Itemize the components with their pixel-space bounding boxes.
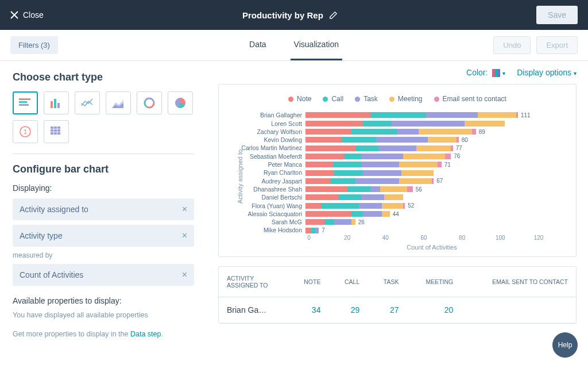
x-tick: 0	[307, 235, 311, 241]
data-table: ACTIVITY ASSIGNED TONOTECALLTASKMEETINGE…	[218, 266, 577, 324]
legend-item[interactable]: Email sent to contact	[434, 95, 506, 103]
measure-chip[interactable]: Count of Activities ×	[13, 264, 194, 286]
bar-segment	[399, 178, 432, 184]
bar-row[interactable]	[305, 193, 566, 201]
x-tick: 60	[420, 235, 427, 241]
table-header[interactable]: ACTIVITY ASSIGNED TO	[219, 267, 288, 297]
bar-row[interactable]: 71	[305, 160, 566, 168]
remove-icon[interactable]: ×	[182, 231, 187, 241]
bar-segment	[397, 129, 419, 135]
bar-segment	[457, 137, 458, 143]
bar-segment	[416, 145, 451, 151]
bar-segment	[361, 154, 403, 159]
bar-row[interactable]	[305, 168, 566, 177]
svg-rect-18	[54, 129, 57, 132]
chart-type-line[interactable]	[75, 91, 100, 114]
bar-segment	[321, 203, 359, 209]
y-category-label: Carlos Martin Martinez	[239, 144, 305, 152]
svg-rect-16	[57, 126, 60, 129]
help-button[interactable]: Help	[552, 332, 578, 358]
bar-segment	[438, 162, 442, 167]
display-options-dropdown[interactable]: Display options ▾	[517, 68, 577, 77]
chart-type-single-value[interactable]: 1	[13, 120, 38, 143]
bar-segment	[378, 145, 417, 151]
measured-by-label: measured by	[13, 251, 194, 259]
bar-row[interactable]: 7	[305, 226, 566, 234]
chart-card: NoteCallTaskMeetingEmail sent to contact…	[218, 84, 577, 256]
save-button[interactable]: Save	[536, 6, 578, 24]
close-label: Close	[23, 10, 44, 20]
remove-icon[interactable]: ×	[182, 270, 187, 280]
table-header[interactable]: NOTE	[288, 267, 328, 297]
bar-segment	[338, 194, 361, 200]
chart-type-hbar[interactable]	[13, 91, 38, 114]
bar-segment	[451, 145, 452, 151]
bar-row[interactable]: 67	[305, 177, 566, 185]
y-category-label: Daniel Bertschi	[239, 193, 305, 201]
bar-row[interactable]: 56	[305, 185, 566, 193]
y-axis-label: Activity assigned to	[237, 145, 243, 208]
tab-data[interactable]: Data	[246, 30, 270, 60]
filters-button[interactable]: Filters (3)	[10, 36, 58, 54]
y-category-label: Kevin Dowling	[239, 136, 305, 144]
bar-segment	[311, 228, 315, 233]
undo-button[interactable]: Undo	[493, 36, 531, 54]
bar-row[interactable]: 77	[305, 144, 566, 152]
table-header[interactable]: TASK	[368, 267, 407, 297]
table-header[interactable]: MEETING	[407, 267, 462, 297]
bar-segment	[305, 112, 370, 118]
bar-segment	[382, 211, 389, 217]
svg-rect-19	[57, 129, 60, 132]
y-category-label: Alessio Sciacquatori	[239, 210, 305, 218]
bar-row[interactable]: 80	[305, 136, 566, 144]
bar-segment	[384, 194, 403, 200]
chart-type-pie[interactable]	[168, 91, 193, 114]
bar-segment	[432, 178, 434, 184]
legend-item[interactable]: Task	[355, 95, 378, 103]
choose-chart-heading: Choose chart type	[13, 71, 194, 83]
color-picker[interactable]: Color: ▾	[466, 68, 505, 77]
svg-rect-22	[57, 132, 60, 135]
legend-item[interactable]: Meeting	[389, 95, 423, 103]
bar-segment	[355, 145, 378, 151]
export-button[interactable]: Export	[536, 36, 578, 54]
legend-item[interactable]: Call	[323, 95, 343, 103]
chart-type-table[interactable]	[44, 120, 69, 143]
bar-row[interactable]: 111	[305, 111, 566, 119]
bar-row[interactable]: 76	[305, 152, 566, 160]
bar-total-label: 80	[462, 137, 468, 143]
bar-segment	[355, 178, 400, 184]
x-tick: 120	[534, 235, 544, 241]
table-header[interactable]: EMAIL SENT TO CONTACT	[461, 267, 576, 297]
bar-segment	[359, 203, 382, 209]
displaying-dim-2[interactable]: Activity type ×	[13, 225, 194, 247]
y-category-label: Ryan Charlton	[239, 168, 305, 177]
more-props-text: Get more properties to display in the	[13, 330, 130, 338]
bar-segment	[399, 162, 438, 167]
page-title: Productivity by Rep	[242, 10, 323, 20]
legend-item[interactable]: Note	[288, 95, 311, 103]
displaying-dim-1[interactable]: Activity assigned to ×	[13, 198, 194, 220]
table-row[interactable]: Brian Ga…34292720	[219, 297, 576, 323]
bar-row[interactable]: 44	[305, 210, 566, 218]
bar-segment	[305, 162, 332, 167]
table-header[interactable]: CALL	[328, 267, 368, 297]
bar-segment	[351, 219, 355, 225]
bar-segment	[401, 170, 434, 176]
chart-type-donut[interactable]	[137, 91, 162, 114]
bar-segment	[315, 228, 319, 233]
edit-icon[interactable]	[329, 11, 338, 20]
chart-type-area[interactable]	[106, 91, 131, 114]
bar-row[interactable]: 89	[305, 128, 566, 136]
remove-icon[interactable]: ×	[182, 204, 187, 214]
bar-segment	[342, 137, 376, 143]
bar-row[interactable]	[305, 120, 566, 128]
bar-row[interactable]: 52	[305, 202, 566, 210]
tab-visualization[interactable]: Visualization	[291, 30, 342, 60]
chart-type-vbar[interactable]	[44, 91, 69, 114]
bar-segment	[363, 211, 382, 217]
bar-row[interactable]: 26	[305, 218, 566, 226]
bar-segment	[305, 170, 334, 176]
close-button[interactable]: Close	[10, 10, 44, 20]
data-step-link[interactable]: Data step	[130, 330, 161, 338]
